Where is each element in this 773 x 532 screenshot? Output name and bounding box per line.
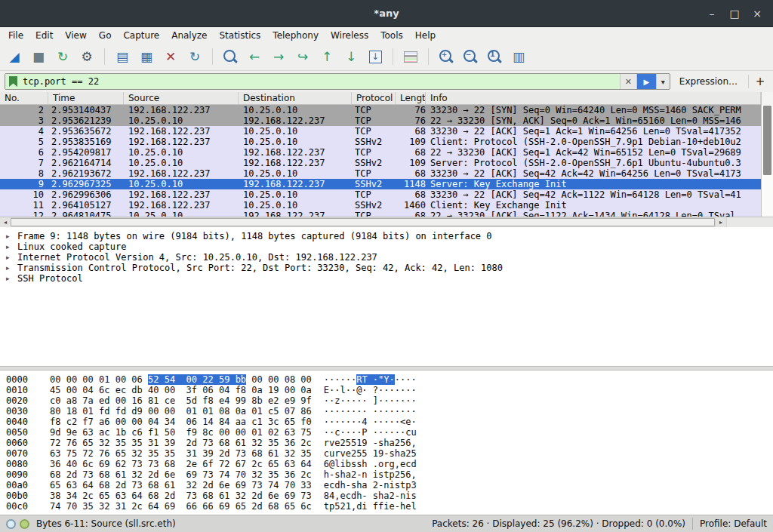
- menu-item-statistics[interactable]: Statistics: [213, 29, 266, 42]
- filter-input[interactable]: tcp.port == 22: [5, 74, 620, 89]
- hex-bytes: 38 34 2c 65 63 64 68 2d 73 68 61 32 2d 6…: [50, 490, 312, 501]
- packet-row-8[interactable]: 82.962193672192.168.122.23710.25.0.10TCP…: [0, 168, 761, 179]
- menu-item-edit[interactable]: Edit: [29, 29, 59, 42]
- column-header-destination[interactable]: Destination: [239, 92, 352, 104]
- menu-item-capture[interactable]: Capture: [117, 29, 165, 42]
- restart-capture-icon[interactable]: ↻: [53, 48, 72, 66]
- autoscroll-icon[interactable]: ↓: [365, 48, 385, 66]
- open-file-icon[interactable]: ▤: [112, 48, 132, 66]
- hex-row-0080[interactable]: 008036 40 6c 69 62 73 73 68 2e 6f 72 67 …: [6, 459, 773, 469]
- detail-row-2[interactable]: ▸Internet Protocol Version 4, Src: 10.25…: [6, 252, 773, 263]
- hex-row-0000[interactable]: 000000 00 00 01 00 06 52 54 00 22 59 bb …: [6, 374, 773, 385]
- menu-item-wireless[interactable]: Wireless: [325, 29, 374, 42]
- expand-arrow-icon[interactable]: ▸: [6, 273, 17, 284]
- save-file-icon[interactable]: ▦: [137, 48, 156, 66]
- menu-item-view[interactable]: View: [59, 29, 92, 42]
- expand-arrow-icon[interactable]: ▸: [6, 252, 17, 263]
- add-filter-button[interactable]: +: [752, 75, 768, 88]
- zoom-original-icon[interactable]: 1: [485, 48, 504, 66]
- packet-row-7[interactable]: 72.96216471410.25.0.10192.168.122.237SSH…: [0, 158, 761, 168]
- hex-row-0050[interactable]: 00509d 9e 63 ac 1b c6 f1 50 f9 8c 00 00 …: [6, 427, 773, 438]
- go-to-packet-icon[interactable]: ↪: [293, 48, 313, 66]
- resize-columns-icon[interactable]: ▥: [509, 48, 528, 66]
- hex-row-0010[interactable]: 001045 00 04 6c ec db 40 00 3f 06 04 f8 …: [6, 385, 773, 395]
- detail-row-0[interactable]: ▸Frame 9: 1148 bytes on wire (9184 bits)…: [6, 231, 773, 241]
- detail-row-3[interactable]: ▸Transmission Control Protocol, Src Port…: [6, 263, 773, 273]
- hex-row-0030[interactable]: 003080 18 01 fd fd d9 00 00 01 01 08 0a …: [6, 406, 773, 417]
- zoom-in-icon[interactable]: +: [436, 48, 456, 66]
- go-forward-icon[interactable]: →: [269, 48, 288, 66]
- menu-item-go[interactable]: Go: [93, 29, 118, 42]
- column-header-length[interactable]: Length: [396, 92, 426, 104]
- title-bar[interactable]: *any – □ ×: [0, 0, 773, 27]
- bookmark-icon[interactable]: [9, 76, 17, 87]
- column-header-no[interactable]: No.: [0, 92, 48, 104]
- menu-item-analyze[interactable]: Analyze: [165, 29, 213, 42]
- expand-arrow-icon[interactable]: ▸: [6, 263, 17, 273]
- filter-clear-button[interactable]: ✕: [620, 74, 636, 89]
- close-file-icon[interactable]: ✕: [161, 48, 180, 66]
- packet-row-3[interactable]: 32.95362123910.25.0.10192.168.122.237TCP…: [0, 115, 761, 126]
- hex-row-0040[interactable]: 0040f8 c2 f7 a6 00 00 04 34 06 14 84 aa …: [6, 417, 773, 427]
- go-back-icon[interactable]: ←: [245, 48, 264, 66]
- find-packet-icon-glyph: [224, 51, 233, 59]
- scroll-right-icon[interactable]: ▸: [716, 217, 726, 227]
- status-profile[interactable]: Profile: Default: [700, 518, 767, 529]
- hex-row-0070[interactable]: 007063 75 72 76 65 32 35 35 31 39 2d 73 …: [6, 448, 773, 459]
- go-last-icon[interactable]: ↓: [341, 48, 361, 66]
- packet-list-scrollbar[interactable]: [761, 105, 773, 217]
- filter-dropdown-button[interactable]: ▾: [656, 74, 670, 89]
- column-header-time[interactable]: Time: [48, 92, 124, 104]
- go-first-icon[interactable]: ↑: [317, 48, 337, 66]
- hex-row-0060[interactable]: 006072 76 65 32 35 35 31 39 2d 73 68 61 …: [6, 438, 773, 448]
- stop-capture-icon[interactable]: ■: [29, 48, 48, 66]
- detail-row-4[interactable]: ▸SSH Protocol: [6, 273, 773, 284]
- filter-apply-button[interactable]: ▶: [636, 74, 656, 89]
- menu-item-tools[interactable]: Tools: [374, 29, 409, 42]
- hex-row-0090[interactable]: 009068 2d 73 68 61 32 2d 6e 69 73 74 70 …: [6, 469, 773, 480]
- maximize-button[interactable]: □: [723, 0, 746, 27]
- menu-item-file[interactable]: File: [2, 29, 29, 42]
- packet-row-4[interactable]: 42.953635672192.168.122.23710.25.0.10TCP…: [0, 126, 761, 137]
- column-header-info[interactable]: Info: [426, 92, 761, 104]
- packet-cell-src: 10.25.0.10: [128, 115, 237, 126]
- close-button[interactable]: ×: [746, 0, 768, 27]
- packet-row-9[interactable]: 92.96296732510.25.0.10192.168.122.237SSH…: [0, 179, 761, 189]
- horizontal-scrollbar[interactable]: ◂ ▸: [0, 217, 773, 227]
- expression-button[interactable]: Expression…: [670, 76, 745, 87]
- hex-row-00b0[interactable]: 00b038 34 2c 65 63 64 68 2d 73 68 61 32 …: [6, 490, 773, 501]
- packet-row-6[interactable]: 62.95420981710.25.0.10192.168.122.237TCP…: [0, 147, 761, 158]
- hscrollbar-thumb[interactable]: [11, 218, 715, 226]
- column-header-protocol[interactable]: Protocol: [352, 92, 396, 104]
- hex-row-00a0[interactable]: 00a065 63 64 68 2d 73 68 61 32 2d 6e 69 …: [6, 480, 773, 490]
- column-header-source[interactable]: Source: [124, 92, 239, 104]
- packet-row-10[interactable]: 102.962996306192.168.122.23710.25.0.10TC…: [0, 189, 761, 200]
- minimize-button[interactable]: –: [701, 0, 723, 27]
- expert-info-icon[interactable]: [6, 519, 16, 529]
- capture-comment-icon[interactable]: [20, 519, 29, 529]
- packet-row-5[interactable]: 52.953835169192.168.122.23710.25.0.10SSH…: [0, 137, 761, 147]
- detail-row-1[interactable]: ▸Linux cooked capture: [6, 241, 773, 252]
- hex-row-0020[interactable]: 0020c0 a8 7a ed 00 16 81 ce 5d f8 e4 99 …: [6, 395, 773, 406]
- hex-selection: 52 54 00 22 59 bb: [148, 374, 246, 385]
- hex-bytes: f8 c2 f7 a6 00 00 04 34 06 14 84 aa c1 3…: [50, 417, 312, 427]
- packet-row-12[interactable]: 122.96481047510.25.0.10192.168.122.237TC…: [0, 211, 761, 217]
- colorize-icon[interactable]: [401, 48, 420, 66]
- menu-item-telephony[interactable]: Telephony: [266, 29, 325, 42]
- expand-arrow-icon[interactable]: ▸: [6, 241, 17, 252]
- resize-columns-icon-glyph: ▥: [513, 48, 525, 66]
- packet-row-2[interactable]: 22.953140437192.168.122.23710.25.0.10TCP…: [0, 105, 761, 115]
- start-capture-icon[interactable]: ◢: [5, 48, 24, 66]
- zoom-out-icon[interactable]: −: [460, 48, 480, 66]
- menu-item-help[interactable]: Help: [409, 29, 442, 42]
- packet-cell-no: 5: [0, 137, 44, 147]
- scroll-left-icon[interactable]: ◂: [0, 217, 11, 227]
- scrollbar-thumb[interactable]: [763, 106, 771, 175]
- hex-offset: 0020: [6, 395, 36, 406]
- capture-options-icon[interactable]: ⚙: [77, 48, 97, 66]
- hex-row-00c0[interactable]: 00c074 70 35 32 31 2c 64 69 66 66 69 65 …: [6, 501, 773, 512]
- find-packet-icon[interactable]: [220, 48, 240, 66]
- reload-file-icon[interactable]: ↻: [185, 48, 205, 66]
- packet-row-11[interactable]: 112.964105127192.168.122.23710.25.0.10SS…: [0, 200, 761, 211]
- expand-arrow-icon[interactable]: ▸: [6, 231, 17, 241]
